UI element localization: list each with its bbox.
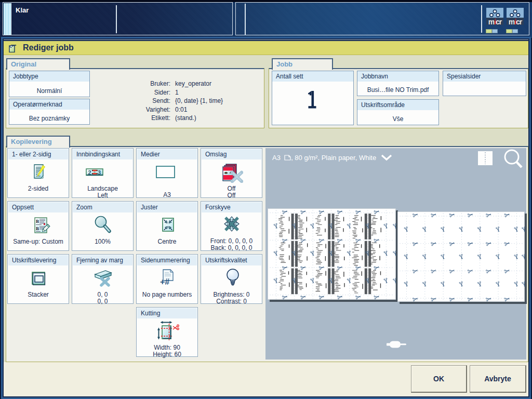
svg-text:micr: micr	[509, 18, 523, 25]
svg-text:+#: +#	[160, 277, 169, 286]
svg-text:B: B	[36, 219, 39, 224]
svg-text:3: 3	[98, 169, 101, 176]
svg-text:micr: micr	[488, 18, 502, 25]
svg-text:2: 2	[88, 169, 91, 176]
svg-text:B: B	[36, 226, 39, 231]
